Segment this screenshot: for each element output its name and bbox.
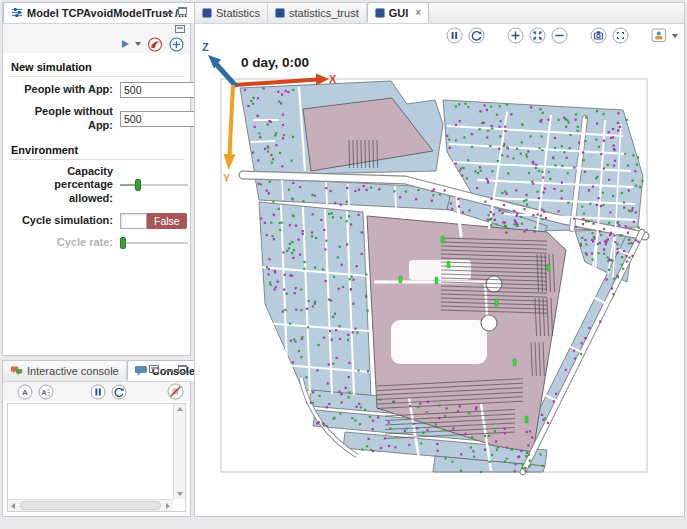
svg-text:A: A [22, 388, 28, 397]
param-slider[interactable] [120, 179, 188, 191]
font-wrap-icon[interactable]: A [38, 384, 54, 400]
slider-thumb[interactable] [135, 179, 141, 191]
display-toolbar [446, 27, 678, 44]
scroll-up-icon[interactable] [177, 407, 183, 411]
param-slider[interactable] [120, 237, 188, 249]
section-header: Environment [9, 140, 184, 159]
display-icon [275, 8, 285, 18]
disable-follow-icon[interactable] [167, 383, 184, 400]
tab-gui[interactable]: GUI × [367, 2, 429, 23]
tab-statistics-trust[interactable]: statistics_trust [268, 2, 367, 23]
view-menu-icon[interactable] [149, 365, 159, 373]
add-simulation-icon[interactable] [169, 37, 184, 52]
experiment-toolbar [3, 35, 190, 53]
console-tabbar: Interactive console Console × [3, 361, 190, 382]
zoom-out-icon[interactable] [551, 27, 568, 44]
minimize-icon[interactable] [164, 365, 173, 373]
pause-display-icon[interactable] [446, 27, 463, 44]
refresh-output-icon[interactable] [111, 384, 127, 400]
simulation-clock: 0 day, 0:00 [241, 55, 309, 70]
run-dropdown-icon[interactable] [135, 42, 141, 46]
layers-menu-icon[interactable] [651, 28, 667, 43]
interactive-console-icon [10, 365, 23, 376]
z-axis-label: Z [202, 41, 209, 53]
toggle-state-button[interactable]: False [147, 213, 187, 229]
parameter-row: People with App: [9, 82, 184, 98]
param-label: People with App: [9, 83, 113, 97]
display-tabbar: Statistics statistics_trust GUI × [195, 3, 684, 24]
tab-label: Interactive console [27, 365, 119, 377]
scroll-right-icon[interactable] [166, 503, 170, 509]
view-menu-icon[interactable] [175, 25, 185, 33]
model-panel-tabbar: Model TCPAvoidModelTrust /... × Models [3, 3, 190, 24]
console-icon [135, 365, 148, 376]
scroll-left-icon[interactable] [11, 503, 15, 509]
tab-label: GUI [389, 7, 409, 19]
zoom-in-icon[interactable] [507, 27, 524, 44]
tab-label: statistics_trust [289, 7, 359, 19]
param-label: Cycle simulation: [9, 214, 113, 228]
zoom-fit-icon[interactable] [529, 27, 546, 44]
map-canvas[interactable]: XZY0 day, 0:00 [195, 24, 686, 518]
parameter-row: People without App: [9, 105, 184, 133]
layers-dropdown-icon[interactable] [672, 34, 678, 38]
console-toolbar: A A [3, 382, 190, 401]
tab-label: Statistics [216, 7, 260, 19]
svg-text:A: A [41, 389, 46, 396]
gama-window: Model TCPAvoidModelTrust /... × Models N… [0, 0, 687, 529]
parameter-row: Capacity percentage allowed:0.25 [0.0..1… [9, 165, 184, 206]
console-view: Interactive console Console × A A [2, 360, 191, 517]
display-icon [375, 8, 385, 18]
section-header: New simulation [9, 57, 184, 76]
slider-thumb[interactable] [120, 237, 126, 249]
minimize-icon[interactable] [164, 7, 173, 15]
tab-interactive-console[interactable]: Interactive console [3, 360, 127, 381]
parameters-list: New simulationPeople with App:People wit… [3, 53, 190, 250]
param-input[interactable] [120, 111, 200, 127]
param-label: People without App: [9, 105, 113, 133]
param-input[interactable] [120, 82, 200, 98]
run-experiment-icon[interactable] [122, 40, 129, 48]
reload-experiment-icon[interactable] [147, 37, 163, 52]
pause-output-icon[interactable] [90, 384, 106, 400]
section-divider [9, 159, 184, 160]
horizontal-scrollbar[interactable] [8, 499, 173, 511]
snapshot-icon[interactable] [590, 27, 607, 44]
sliders-icon [11, 7, 23, 18]
param-label: Capacity percentage allowed: [9, 165, 113, 206]
console-output[interactable] [7, 403, 186, 512]
parameter-row: Cycle simulation:False [9, 213, 184, 229]
gui-display-surface: XZY0 day, 0:00 [195, 24, 684, 516]
close-icon[interactable]: × [415, 7, 421, 18]
font-clear-icon[interactable]: A [17, 384, 33, 400]
fullscreen-icon[interactable] [612, 27, 629, 44]
scroll-down-icon[interactable] [177, 492, 183, 496]
x-axis-label: X [329, 73, 337, 85]
tab-statistics[interactable]: Statistics [195, 2, 268, 23]
parameter-row: Cycle rate:0.00 [0.0..1.0] [9, 236, 184, 250]
display-icon [202, 8, 212, 18]
sync-display-icon[interactable] [468, 27, 485, 44]
model-parameters-view: Model TCPAvoidModelTrust /... × Models N… [2, 2, 191, 356]
maximize-icon[interactable] [178, 365, 187, 373]
param-label: Cycle rate: [9, 236, 113, 250]
section-divider [9, 76, 184, 77]
maximize-icon[interactable] [178, 7, 187, 15]
y-axis-label: Y [223, 172, 231, 184]
display-view: Statistics statistics_trust GUI × [194, 2, 685, 517]
toggle-field[interactable] [120, 213, 147, 229]
vertical-scrollbar[interactable] [173, 404, 185, 499]
